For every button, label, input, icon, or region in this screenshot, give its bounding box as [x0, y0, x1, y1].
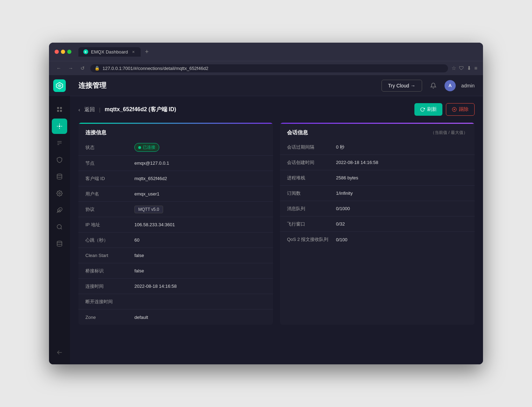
info-label: IP 地址: [85, 222, 134, 228]
sidebar-item-dashboard[interactable]: [52, 102, 67, 117]
back-nav: ‹ 返回 | mqttx_652f46d2 (客户端 ID): [78, 106, 176, 113]
user-avatar: A: [444, 80, 456, 91]
connection-card-header: 连接信息: [78, 124, 273, 140]
table-row: 断开连接时间: [78, 294, 273, 309]
table-row: 订阅数1/infinity: [280, 186, 475, 201]
info-value: 60: [134, 237, 266, 243]
table-row: 节点emqx@127.0.0.1: [78, 156, 273, 171]
tab-bar: E EMQX Dashboard ✕ +: [78, 47, 477, 57]
table-row: Zonedefault: [78, 309, 273, 325]
active-tab[interactable]: E EMQX Dashboard ✕: [78, 47, 141, 57]
sidebar-item-security[interactable]: [52, 152, 67, 167]
svg-rect-3: [60, 107, 62, 109]
info-label: 飞行窗口: [287, 221, 336, 227]
url-text: 127.0.0.1:7001/#/connections/detail/mqtt…: [103, 66, 208, 71]
table-row: 进程堆栈2586 bytes: [280, 170, 475, 186]
app-content: 连接管理 Try Cloud → A admin: [49, 75, 483, 364]
info-label: 用户名: [85, 191, 134, 197]
browser-navbar: ← → ↺ 🔒 127.0.0.1:7001/#/connections/det…: [49, 61, 483, 75]
traffic-light-green[interactable]: [67, 50, 71, 54]
info-label: 客户端 ID: [85, 176, 134, 182]
info-label: 桥接标识: [85, 268, 134, 274]
main-area: 连接管理 Try Cloud → A admin: [70, 75, 483, 364]
notification-bell[interactable]: [428, 80, 439, 91]
client-id-title: mqttx_652f46d2 (客户端 ID): [105, 106, 176, 113]
menu-icon[interactable]: ≡: [474, 65, 477, 71]
info-label: Zone: [85, 315, 134, 320]
traffic-lights: [55, 50, 71, 54]
svg-point-10: [57, 241, 62, 243]
session-info-card: 会话信息 （当前值 / 最大值） 会话过期间隔0 秒会话创建时间2022-08-…: [280, 123, 475, 325]
try-cloud-label: Try Cloud →: [388, 83, 415, 88]
sidebar-item-search[interactable]: [52, 219, 67, 235]
svg-point-8: [59, 193, 61, 194]
refresh-label: 刷新: [427, 106, 437, 113]
download-icon[interactable]: ⬇: [467, 65, 471, 71]
svg-point-7: [57, 174, 62, 176]
info-value: default: [134, 315, 266, 320]
info-value: emqx@127.0.0.1: [134, 160, 266, 166]
info-value: 已连接: [134, 143, 266, 152]
svg-rect-5: [60, 110, 62, 112]
info-value: 106.58.233.34:3601: [134, 222, 266, 227]
table-row: 桥接标识false: [78, 263, 273, 279]
sidebar-logo: [49, 75, 70, 96]
card-top-border-connection: [78, 123, 273, 124]
tab-favicon: E: [83, 49, 88, 54]
sidebar-item-connections[interactable]: [52, 119, 67, 134]
info-label: 会话过期间隔: [287, 144, 336, 150]
sidebar-item-topics[interactable]: [52, 135, 67, 151]
user-name-label[interactable]: admin: [461, 83, 475, 88]
svg-marker-1: [58, 84, 62, 88]
new-tab-button[interactable]: +: [142, 47, 152, 57]
table-row: QoS 2 报文接收队列0/100: [280, 232, 475, 247]
bookmark-icon[interactable]: ☆: [451, 65, 456, 71]
traffic-light-yellow[interactable]: [61, 50, 65, 54]
back-label[interactable]: 返回: [84, 106, 95, 113]
traffic-light-red[interactable]: [55, 50, 59, 54]
info-label: 状态: [85, 144, 134, 151]
table-row: 会话创建时间2022-08-18 14:16:58: [280, 155, 475, 170]
info-label: 节点: [85, 160, 134, 166]
table-row: 消息队列0/1000: [280, 201, 475, 216]
info-value: mqttx_652f46d2: [134, 176, 266, 181]
session-card-header: 会话信息 （当前值 / 最大值）: [280, 124, 475, 140]
refresh-button[interactable]: 刷新: [414, 103, 442, 116]
info-label: 连接时间: [85, 283, 134, 290]
table-row: 协议MQTT v5.0: [78, 202, 273, 217]
session-card-subtitle: （当前值 / 最大值）: [430, 130, 468, 136]
page-title: 连接管理: [78, 81, 382, 90]
info-value: emqx_user1: [134, 191, 266, 197]
sidebar: [49, 75, 70, 364]
app-logo: [53, 79, 66, 92]
info-value: 2022-08-18 14:16:58: [336, 160, 468, 165]
svg-point-9: [57, 224, 61, 229]
sidebar-item-tools[interactable]: [52, 236, 67, 251]
info-value: 0 秒: [336, 144, 468, 150]
table-row: 心跳（秒）60: [78, 233, 273, 248]
breadcrumb-row: ‹ 返回 | mqttx_652f46d2 (客户端 ID) 刷新: [78, 103, 475, 116]
back-button[interactable]: ←: [55, 64, 63, 72]
info-value: 0/1000: [336, 206, 468, 211]
info-label: 断开连接时间: [85, 299, 134, 305]
back-arrow-icon[interactable]: ‹: [78, 107, 80, 113]
address-bar[interactable]: 🔒 127.0.0.1:7001/#/connections/detail/mq…: [90, 64, 448, 72]
sidebar-item-extensions[interactable]: [52, 202, 67, 218]
sidebar-item-data[interactable]: [52, 169, 67, 184]
shield-icon[interactable]: 🛡: [459, 65, 464, 71]
svg-point-6: [59, 126, 61, 127]
reload-button[interactable]: ↺: [78, 64, 87, 72]
try-cloud-button[interactable]: Try Cloud →: [382, 80, 422, 92]
action-buttons: 刷新 踢除: [414, 103, 475, 116]
sidebar-item-settings[interactable]: [52, 186, 67, 201]
table-row: 状态已连接: [78, 140, 273, 156]
tab-close-button[interactable]: ✕: [131, 49, 136, 54]
info-value: 2022-08-18 14:16:58: [134, 284, 266, 289]
forward-button[interactable]: →: [66, 64, 75, 72]
sidebar-collapse-button[interactable]: [52, 345, 67, 360]
connection-card-title: 连接信息: [85, 129, 106, 136]
info-value: 0/100: [336, 237, 468, 242]
kick-button[interactable]: 踢除: [446, 103, 475, 116]
info-label: QoS 2 报文接收队列: [287, 236, 336, 243]
connection-info-card: 连接信息 状态已连接节点emqx@127.0.0.1客户端 IDmqttx_65…: [78, 123, 273, 325]
